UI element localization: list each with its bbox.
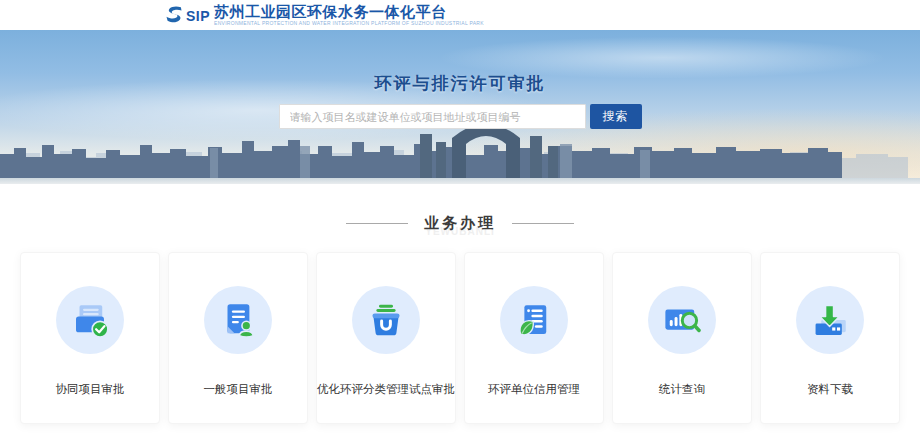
top-header: SIP 苏州工业园区环保水务一体化平台 ENVIRONMENTAL PROTEC… <box>0 0 920 30</box>
heading-line-right <box>512 223 574 224</box>
service-cards: 协同项目审批 一般项目审批 优化 <box>20 252 900 424</box>
site-logo[interactable]: SIP 苏州工业园区环保水务一体化平台 ENVIRONMENTAL PROTEC… <box>163 3 484 27</box>
hero-title: 环评与排污许可审批 <box>0 72 920 95</box>
card-statistics-query[interactable]: 统计查询 <box>612 252 752 424</box>
document-user-icon <box>217 299 259 341</box>
sip-swoosh-icon <box>163 4 185 26</box>
logo-sip-text: SIP <box>186 8 210 24</box>
heading-line-left <box>346 223 408 224</box>
card-data-download[interactable]: 资料下载 <box>760 252 900 424</box>
card-general-project-approval[interactable]: 一般项目审批 <box>168 252 308 424</box>
search-input[interactable] <box>279 104 586 129</box>
card-eia-unit-credit-management[interactable]: 环评单位信用管理 <box>464 252 604 424</box>
chart-search-icon <box>661 299 703 341</box>
site-subtitle: ENVIRONMENTAL PROTECTION AND WATER INTEG… <box>214 20 484 27</box>
search-bar: 搜索 <box>0 104 920 129</box>
card-optimized-eia-pilot-approval[interactable]: 优化环评分类管理试点审批 <box>316 252 456 424</box>
card-collaborative-project-approval[interactable]: 协同项目审批 <box>20 252 160 424</box>
icon-circle <box>56 286 124 354</box>
icon-circle <box>204 286 272 354</box>
storage-box-icon <box>365 299 407 341</box>
site-title: 苏州工业园区环保水务一体化平台 <box>214 3 484 20</box>
card-label: 协同项目审批 <box>21 382 159 397</box>
card-label: 资料下载 <box>761 382 899 397</box>
section-heading: YEWUBANLI 业务办理 <box>0 208 920 238</box>
search-button[interactable]: 搜索 <box>590 104 642 129</box>
hero-banner: 环评与排污许可审批 搜索 <box>0 30 920 184</box>
water-strip <box>0 178 920 184</box>
icon-circle <box>500 286 568 354</box>
icon-circle <box>796 286 864 354</box>
download-icon <box>809 299 851 341</box>
document-leaf-icon <box>513 299 555 341</box>
card-label: 环评单位信用管理 <box>465 382 603 397</box>
card-label: 一般项目审批 <box>169 382 307 397</box>
icon-circle <box>648 286 716 354</box>
icon-circle <box>352 286 420 354</box>
file-box-check-icon <box>69 299 111 341</box>
card-label: 统计查询 <box>613 382 751 397</box>
section-title: 业务办理 <box>424 214 496 233</box>
card-label: 优化环评分类管理试点审批 <box>317 382 455 397</box>
